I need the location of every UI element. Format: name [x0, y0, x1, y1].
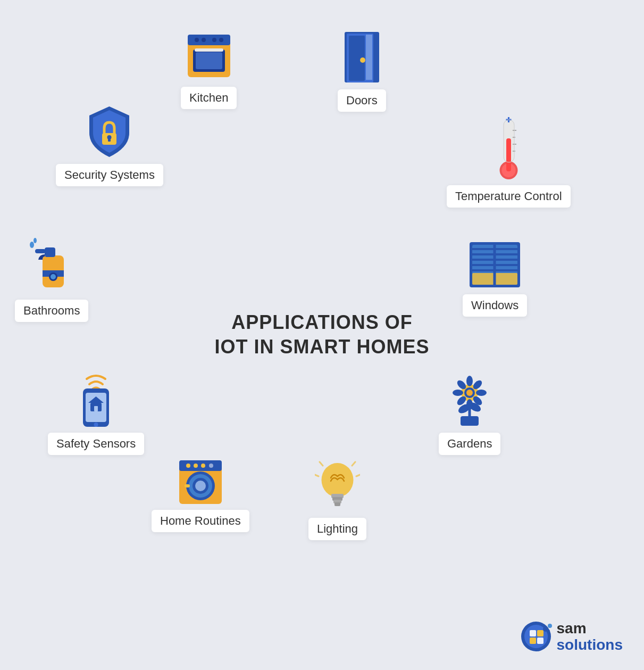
home-routines-icon	[177, 455, 224, 506]
item-doors: Doors	[338, 29, 386, 112]
windows-icon	[467, 239, 523, 290]
logo-text: sam solutions	[557, 621, 623, 654]
logo-icon	[519, 619, 554, 654]
home-routines-label: Home Routines	[152, 510, 249, 532]
bathrooms-label: Bathrooms	[15, 300, 88, 322]
svg-rect-89	[537, 630, 543, 636]
svg-line-82	[352, 462, 355, 466]
main-title: APPLICATIONS OFIOT IN SMART HOMES	[215, 310, 430, 360]
svg-point-57	[466, 399, 473, 410]
svg-line-85	[315, 475, 319, 476]
svg-point-70	[201, 464, 205, 468]
svg-point-59	[476, 390, 487, 396]
svg-point-3	[202, 38, 206, 42]
svg-rect-1	[188, 35, 230, 45]
svg-point-65	[466, 390, 473, 396]
svg-point-12	[360, 57, 365, 63]
item-lighting: Lighting	[308, 458, 366, 540]
svg-rect-16	[108, 138, 111, 142]
kitchen-icon	[185, 29, 233, 82]
svg-rect-76	[185, 484, 190, 487]
svg-point-2	[195, 38, 199, 42]
item-home-routines: Home Routines	[152, 455, 249, 532]
lighting-icon	[315, 458, 360, 514]
safety-icon	[73, 367, 119, 428]
svg-rect-91	[537, 638, 543, 644]
doors-label: Doors	[338, 89, 386, 112]
item-temperature: Temperature Control	[447, 117, 571, 208]
item-security: Security Systems	[56, 104, 163, 186]
svg-point-32	[30, 242, 34, 248]
svg-point-69	[194, 464, 198, 468]
item-gardens: Gardens	[439, 373, 500, 455]
item-bathrooms: Bathrooms	[15, 234, 88, 322]
svg-rect-31	[35, 249, 46, 253]
svg-point-93	[548, 624, 552, 628]
svg-point-50	[94, 423, 98, 427]
windows-label: Windows	[463, 294, 527, 317]
doors-icon	[339, 29, 384, 85]
temperature-icon	[489, 117, 529, 181]
svg-rect-20	[506, 138, 511, 171]
temperature-label: Temperature Control	[447, 185, 571, 208]
svg-rect-51	[461, 416, 479, 426]
item-kitchen: Kitchen	[181, 29, 237, 109]
safety-label: Safety Sensors	[48, 433, 144, 455]
svg-point-35	[51, 274, 56, 279]
kitchen-label: Kitchen	[181, 87, 237, 109]
svg-line-83	[356, 475, 360, 476]
gardens-label: Gardens	[439, 433, 500, 455]
svg-rect-67	[179, 460, 222, 471]
svg-point-5	[219, 38, 223, 42]
svg-point-4	[212, 38, 216, 42]
gardens-icon	[446, 373, 494, 428]
svg-rect-7	[196, 52, 222, 69]
svg-rect-81	[334, 502, 340, 506]
svg-line-84	[320, 462, 323, 466]
svg-point-33	[34, 238, 37, 243]
diagram-container: APPLICATIONS OFIOT IN SMART HOMES Kitche…	[0, 0, 644, 670]
svg-point-71	[209, 464, 213, 468]
svg-rect-13	[366, 35, 372, 80]
svg-point-94	[547, 630, 550, 633]
svg-rect-90	[530, 638, 536, 644]
svg-point-75	[195, 481, 206, 491]
svg-point-56	[466, 376, 473, 386]
security-label: Security Systems	[56, 164, 163, 186]
svg-rect-30	[45, 247, 55, 257]
logo-line2: solutions	[557, 637, 623, 654]
svg-rect-49	[94, 406, 98, 411]
svg-rect-8	[195, 48, 223, 52]
item-windows: Windows	[463, 239, 527, 317]
svg-rect-88	[530, 630, 536, 636]
logo-line1: sam	[557, 621, 623, 637]
item-safety: Safety Sensors	[48, 367, 144, 455]
security-icon	[84, 104, 135, 160]
center-title: APPLICATIONS OFIOT IN SMART HOMES	[215, 310, 430, 360]
lighting-label: Lighting	[308, 518, 366, 540]
logo: sam solutions	[519, 619, 623, 654]
svg-point-68	[186, 464, 190, 468]
svg-point-58	[453, 390, 463, 396]
bathrooms-icon	[28, 234, 76, 295]
